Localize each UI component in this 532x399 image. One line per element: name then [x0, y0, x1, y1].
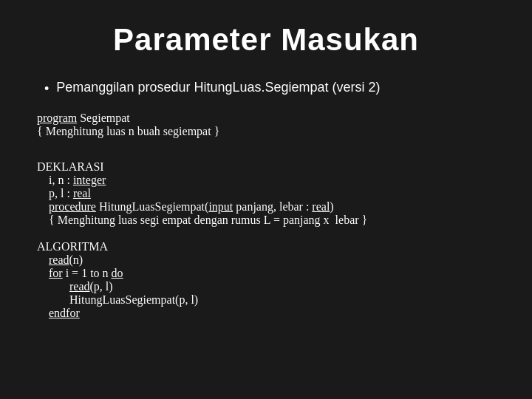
code-procedure-comment: { Menghitung luas segi empat dengan rumu…	[37, 214, 495, 227]
code-call-procedure: HitungLuasSegiempat(p, l)	[37, 293, 495, 307]
bullet-text: Pemanggilan prosedur HitungLuas.Segiempa…	[56, 80, 380, 95]
bullet-point: • Pemanggilan prosedur HitungLuas.Segiem…	[37, 80, 495, 97]
code-deklarasi-label: DEKLARASI	[37, 160, 495, 174]
keyword-real: real	[73, 187, 91, 200]
bullet-dot: •	[44, 81, 49, 97]
code-deklarasi-i: i, n : integer	[37, 174, 495, 187]
slide-title: Parameter Masukan	[37, 22, 495, 58]
code-blank-1	[37, 147, 495, 160]
keyword-read-2: read	[69, 280, 90, 293]
keyword-do: do	[112, 267, 123, 279]
code-block: program Segiempat { Menghitung luas n bu…	[37, 112, 495, 320]
code-comment-line: { Menghitung luas n buah segiempat }	[37, 125, 495, 138]
code-program-name: Segiempat	[80, 112, 130, 124]
code-for-line: for i = 1 to n do	[37, 267, 495, 280]
code-procedure-line: procedure HitungLuasSegiempat(input panj…	[37, 200, 495, 214]
keyword-to: to	[90, 267, 99, 279]
keyword-program: program	[37, 112, 77, 124]
keyword-procedure: procedure	[49, 200, 96, 213]
code-blank-2	[37, 227, 495, 240]
code-deklarasi-p: p, l : real	[37, 187, 495, 200]
algoritma-text: ALGORITMA	[37, 240, 108, 253]
code-endfor: endfor	[37, 307, 495, 320]
slide-container: Parameter Masukan • Pemanggilan prosedur…	[0, 0, 532, 399]
keyword-integer: integer	[73, 174, 106, 186]
keyword-input: input	[208, 200, 233, 213]
keyword-endfor: endfor	[49, 307, 80, 319]
code-algoritma-label: ALGORITMA	[37, 240, 495, 253]
keyword-read: read	[49, 253, 69, 266]
code-read-n: read(n)	[37, 253, 495, 267]
keyword-for: for	[49, 267, 63, 279]
code-program-line: program Segiempat	[37, 112, 495, 125]
code-read-pl: read(p, l)	[37, 280, 495, 293]
deklarasi-text: DEKLARASI	[37, 160, 104, 173]
keyword-real-2: real	[312, 200, 330, 213]
